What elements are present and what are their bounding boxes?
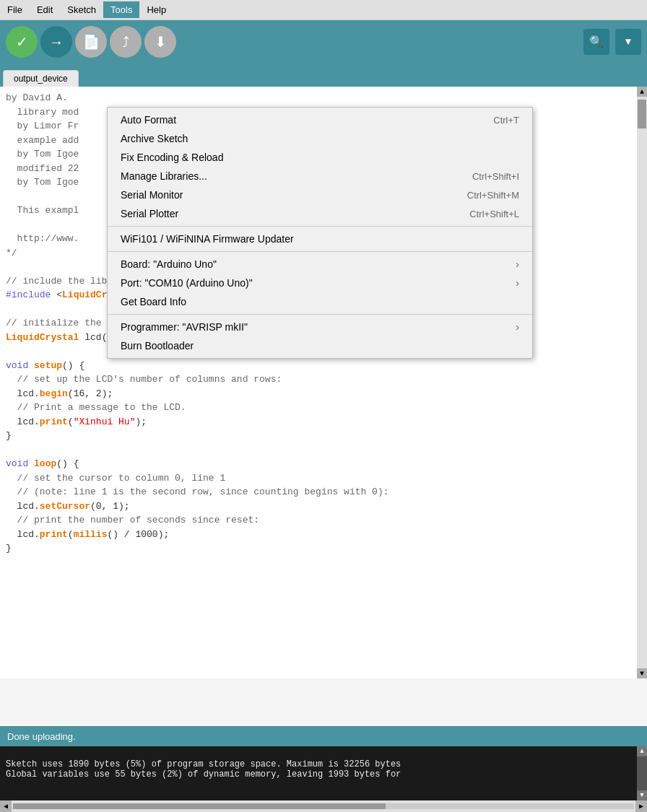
scroll-up-arrow[interactable]: ▲ (637, 87, 647, 97)
scroll-down-arrow[interactable]: ▼ (637, 668, 647, 678)
console-scrollbar[interactable]: ▲ ▼ (637, 746, 647, 800)
menu-sketch[interactable]: Sketch (60, 1, 103, 18)
menu-edit[interactable]: Edit (30, 1, 60, 18)
hscroll-thumb[interactable] (13, 803, 386, 809)
menu-serial-monitor[interactable]: Serial Monitor Ctrl+Shift+M (108, 185, 532, 204)
console-status: Done uploading. (7, 731, 76, 742)
tab-output-device[interactable]: output_device (3, 70, 79, 87)
hscroll-left-arrow[interactable]: ◀ (0, 800, 12, 812)
editor-scrollbar[interactable]: ▲ ▼ (637, 87, 647, 678)
menu-section-2: WiFi101 / WiFiNINA Firmware Updater (108, 227, 532, 252)
menu-archive-sketch[interactable]: Archive Sketch (108, 129, 532, 148)
menubar: File Edit Sketch Tools Help (0, 0, 647, 20)
new-button[interactable]: 📄 (75, 26, 107, 58)
main-layout: ✓ → 📄 ⤴ ⬇ 🔍 ▼ output_device by David A. … (0, 20, 647, 812)
console-scroll-up[interactable]: ▲ (637, 746, 647, 756)
hscroll-right-arrow[interactable]: ▶ (635, 800, 647, 812)
open-button[interactable]: ⤴ (110, 26, 142, 58)
console-area: Sketch uses 1890 bytes (5%) of program s… (0, 746, 647, 800)
menu-auto-format[interactable]: Auto Format Ctrl+T (108, 110, 532, 129)
verify-button[interactable]: ✓ (6, 26, 38, 58)
menu-port[interactable]: Port: "COM10 (Arduino Uno)" › (108, 274, 532, 292)
console-header: Done uploading. (0, 726, 647, 746)
menu-section-1: Auto Format Ctrl+T Archive Sketch Fix En… (108, 108, 532, 227)
horizontal-scrollbar[interactable]: ◀ ▶ (0, 800, 647, 812)
tools-menu: Auto Format Ctrl+T Archive Sketch Fix En… (107, 107, 533, 359)
menu-file[interactable]: File (0, 1, 30, 18)
editor-wrapper: by David A. library mod by Limor Fr exam… (0, 87, 647, 726)
menu-get-board-info[interactable]: Get Board Info (108, 292, 532, 311)
tabbar: output_device (0, 64, 647, 87)
upload-button[interactable]: → (40, 26, 72, 58)
console-line-2: Global variables use 55 bytes (2%) of dy… (6, 769, 401, 780)
menu-section-4: Programmer: "AVRISP mkII" › Burn Bootloa… (108, 315, 532, 358)
menu-burn-bootloader[interactable]: Burn Bootloader (108, 336, 532, 355)
scroll-thumb[interactable] (638, 100, 646, 128)
dropdown-button[interactable]: ▼ (615, 29, 641, 55)
menu-fix-encoding[interactable]: Fix Encoding & Reload (108, 148, 532, 167)
menu-section-3: Board: "Arduino Uno" › Port: "COM10 (Ard… (108, 252, 532, 315)
menu-programmer[interactable]: Programmer: "AVRISP mkII" › (108, 318, 532, 336)
console-line-1: Sketch uses 1890 bytes (5%) of program s… (6, 759, 401, 769)
search-button[interactable]: 🔍 (583, 29, 609, 55)
hscroll-track[interactable] (13, 803, 634, 809)
menu-serial-plotter[interactable]: Serial Plotter Ctrl+Shift+L (108, 204, 532, 223)
console-scroll-down[interactable]: ▼ (637, 790, 647, 800)
toolbar: ✓ → 📄 ⤴ ⬇ 🔍 ▼ (0, 20, 647, 64)
menu-board[interactable]: Board: "Arduino Uno" › (108, 255, 532, 274)
menu-wifi-updater[interactable]: WiFi101 / WiFiNINA Firmware Updater (108, 230, 532, 248)
menu-help[interactable]: Help (139, 1, 173, 18)
save-button[interactable]: ⬇ (144, 26, 176, 58)
menu-tools[interactable]: Tools (103, 1, 139, 18)
menu-manage-libraries[interactable]: Manage Libraries... Ctrl+Shift+I (108, 167, 532, 185)
console-output: Sketch uses 1890 bytes (5%) of program s… (0, 746, 647, 800)
